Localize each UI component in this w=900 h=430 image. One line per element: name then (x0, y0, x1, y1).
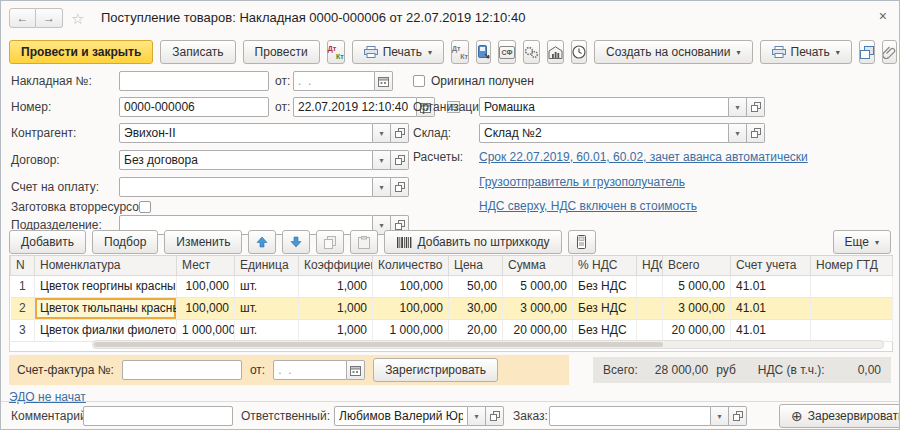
cell-places[interactable]: 100,000 (177, 275, 235, 297)
chevron-down-icon[interactable]: ▾ (729, 97, 747, 117)
cell-qty[interactable]: 100,000 (373, 275, 449, 297)
post-and-close-button[interactable]: Провести и закрыть (9, 40, 153, 64)
scrollbar-thumb[interactable] (94, 342, 663, 347)
chevron-down-icon[interactable]: ▾ (729, 123, 747, 143)
cell-n[interactable]: 2 (11, 297, 35, 319)
post-button[interactable]: Провести (243, 40, 320, 64)
related-documents-button[interactable] (859, 40, 875, 64)
responsible-input[interactable] (334, 406, 468, 426)
cell-unit[interactable]: шт. (235, 275, 299, 297)
cell-vat-rate[interactable]: Без НДС (573, 319, 637, 341)
print-button-right[interactable]: Печать▾ (760, 40, 852, 64)
data-terminal-button[interactable] (568, 230, 596, 254)
cell-price[interactable]: 20,00 (449, 319, 503, 341)
consignor-link[interactable]: Грузоотправитель и грузополучатель (479, 175, 685, 189)
cell-gtd[interactable] (811, 275, 893, 297)
order-input[interactable] (549, 406, 711, 426)
items-more-button[interactable]: Еще▾ (833, 230, 891, 254)
open-link-icon[interactable] (486, 406, 504, 426)
add-by-barcode-button[interactable]: Добавить по штрихкоду (384, 230, 561, 254)
cell-vat-rate[interactable]: Без НДС (573, 297, 637, 319)
cell-vat[interactable] (637, 297, 663, 319)
chevron-down-icon[interactable]: ▾ (711, 406, 729, 426)
debit-credit-small-button[interactable]: ДтКт (451, 40, 469, 64)
move-up-button[interactable] (248, 230, 276, 254)
cell-nomenclature-active[interactable]: Цветок тюльпаны красные (35, 297, 177, 319)
close-icon[interactable]: × (879, 9, 887, 23)
cell-vat-rate[interactable]: Без НДС (573, 275, 637, 297)
open-link-icon[interactable] (747, 97, 765, 117)
cell-coeff[interactable]: 1,000 (299, 275, 373, 297)
back-button[interactable]: ← (9, 8, 36, 28)
vat-mode-link[interactable]: НДС сверху, НДС включен в стоимость (479, 199, 697, 213)
history-button[interactable] (571, 40, 587, 64)
cell-sum[interactable]: 20 000,00 (503, 319, 573, 341)
cell-gtd[interactable] (811, 297, 893, 319)
cell-qty[interactable]: 1 000,000 (373, 319, 449, 341)
cell-vat[interactable] (637, 275, 663, 297)
cell-places[interactable]: 1 000,000 (177, 319, 235, 341)
organization-input[interactable] (479, 97, 729, 117)
invoice-number-input[interactable] (122, 360, 242, 380)
paste-rows-button[interactable] (350, 230, 378, 254)
chevron-down-icon[interactable]: ▾ (373, 150, 391, 170)
cell-account[interactable]: 41.01 (731, 319, 811, 341)
payment-invoice-input[interactable] (119, 177, 373, 197)
warehouse-input[interactable] (479, 123, 729, 143)
cell-n[interactable]: 1 (11, 275, 35, 297)
services-button[interactable] (523, 40, 540, 64)
original-received-checkbox[interactable] (413, 75, 425, 87)
edit-button[interactable]: Изменить (164, 230, 242, 254)
cell-qty[interactable]: 100,000 (373, 297, 449, 319)
cell-unit[interactable]: шт. (235, 319, 299, 341)
chevron-down-icon[interactable]: ▾ (373, 123, 391, 143)
pick-button[interactable]: Подбор (92, 230, 158, 254)
copy-rows-button[interactable] (316, 230, 344, 254)
cell-account[interactable]: 41.01 (731, 297, 811, 319)
document-date-input[interactable] (293, 97, 417, 117)
calendar-icon[interactable] (375, 71, 393, 91)
add-row-button[interactable]: Добавить (9, 230, 86, 254)
open-link-icon[interactable] (391, 150, 409, 170)
cell-price[interactable]: 30,00 (449, 297, 503, 319)
recycling-checkbox[interactable] (139, 201, 151, 213)
attachments-button[interactable] (882, 40, 897, 64)
open-link-icon[interactable] (729, 406, 747, 426)
cell-gtd[interactable] (811, 319, 893, 341)
print-button-left[interactable]: Печать▾ (352, 40, 444, 64)
cell-total[interactable]: 5 000,00 (663, 275, 731, 297)
settlements-link[interactable]: Срок 22.07.2019, 60.01, 60.02, зачет ава… (479, 150, 808, 164)
terminal-device-button[interactable] (476, 40, 491, 64)
invoice-sf-button[interactable]: СФ (498, 40, 516, 64)
move-down-button[interactable] (282, 230, 310, 254)
cell-places[interactable]: 100,000 (177, 297, 235, 319)
write-button[interactable]: Записать (160, 40, 235, 64)
cell-total[interactable]: 20 000,00 (663, 319, 731, 341)
cell-sum[interactable]: 3 000,00 (503, 297, 573, 319)
chevron-down-icon[interactable]: ▾ (373, 177, 391, 197)
cell-coeff[interactable]: 1,000 (299, 319, 373, 341)
cell-coeff[interactable]: 1,000 (299, 297, 373, 319)
favorite-star-icon[interactable]: ☆ (71, 10, 84, 28)
cell-n[interactable]: 3 (11, 319, 35, 341)
comment-input[interactable] (83, 406, 233, 426)
horizontal-scrollbar[interactable] (92, 340, 884, 349)
cell-nomenclature[interactable]: Цветок георгины красные (35, 275, 177, 297)
cell-account[interactable]: 41.01 (731, 275, 811, 297)
create-based-on-button[interactable]: Создать на основании▾ (594, 40, 753, 64)
structure-button[interactable] (547, 40, 564, 64)
open-link-icon[interactable] (391, 177, 409, 197)
calendar-icon[interactable] (347, 360, 365, 380)
waybill-number-input[interactable] (119, 71, 269, 91)
debit-credit-button[interactable]: ДтКт (327, 40, 345, 64)
counterparty-input[interactable] (119, 123, 373, 143)
contract-input[interactable] (119, 150, 373, 170)
invoice-date-input[interactable] (273, 360, 347, 380)
cell-sum[interactable]: 5 000,00 (503, 275, 573, 297)
open-link-icon[interactable] (391, 123, 409, 143)
reserve-button[interactable]: ⊕ Зарезервировать (779, 404, 900, 428)
number-input[interactable] (119, 97, 269, 117)
cell-vat[interactable] (637, 319, 663, 341)
chevron-down-icon[interactable]: ▾ (468, 406, 486, 426)
cell-total[interactable]: 3 000,00 (663, 297, 731, 319)
